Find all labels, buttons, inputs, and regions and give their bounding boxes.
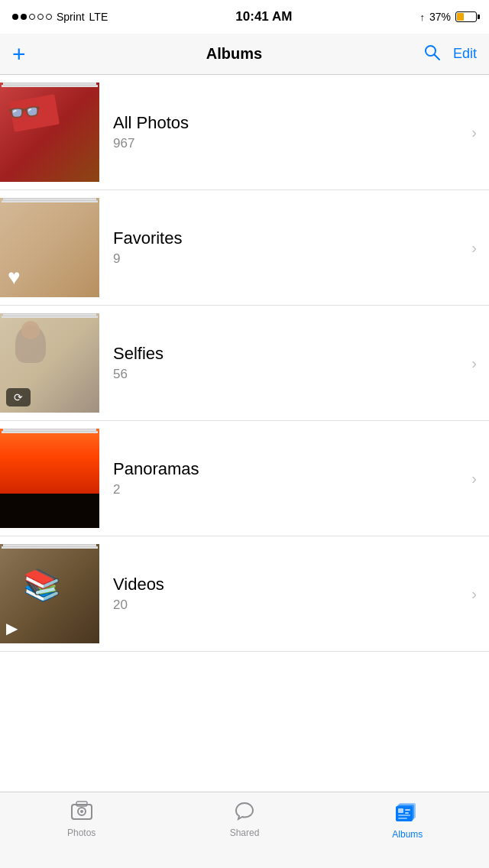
nav-bar: + Albums Edit bbox=[0, 34, 489, 75]
svg-rect-11 bbox=[405, 812, 409, 814]
status-time: 10:41 AM bbox=[235, 9, 292, 24]
album-thumb-videos: ▶ bbox=[0, 544, 99, 643]
album-name-selfies: Selfies bbox=[113, 344, 465, 364]
chevron-icon-favorites: › bbox=[471, 239, 477, 257]
edit-button[interactable]: Edit bbox=[453, 46, 477, 62]
albums-tab-icon bbox=[394, 800, 420, 826]
heart-icon: ♥ bbox=[8, 265, 21, 290]
svg-line-1 bbox=[434, 54, 439, 60]
svg-point-5 bbox=[80, 810, 83, 813]
carrier-label: Sprint bbox=[57, 11, 85, 23]
battery-percent: 37% bbox=[429, 11, 451, 23]
signal-dot-2 bbox=[21, 14, 27, 20]
album-count-all-photos: 967 bbox=[113, 136, 465, 151]
tab-photos[interactable]: Photos bbox=[0, 800, 163, 838]
svg-rect-10 bbox=[405, 809, 410, 811]
album-info-all-photos: All Photos 967 bbox=[113, 113, 465, 151]
tab-shared[interactable]: Shared bbox=[163, 800, 325, 838]
albums-tab-label: Albums bbox=[392, 829, 423, 840]
page-title: Albums bbox=[206, 45, 262, 63]
chevron-icon-videos: › bbox=[471, 585, 477, 603]
album-thumb-selfies: ⟳ bbox=[0, 313, 99, 413]
album-thumb-all-photos bbox=[0, 83, 99, 182]
chevron-icon-selfies: › bbox=[471, 355, 477, 372]
album-thumb-panoramas: ⬛ bbox=[0, 429, 99, 528]
album-item-panoramas[interactable]: ⬛ Panoramas 2 › bbox=[0, 421, 489, 536]
status-right: ↑ 37% bbox=[419, 11, 477, 23]
chevron-icon-all-photos: › bbox=[471, 124, 477, 141]
status-bar: Sprint LTE 10:41 AM ↑ 37% bbox=[0, 0, 489, 34]
signal-dot-5 bbox=[46, 14, 52, 20]
album-name-favorites: Favorites bbox=[113, 228, 465, 248]
album-thumb-favorites: ♥ bbox=[0, 198, 99, 297]
album-info-videos: Videos 20 bbox=[113, 575, 465, 613]
svg-rect-13 bbox=[398, 818, 407, 819]
panorama-icon: ⬛ bbox=[6, 508, 34, 522]
svg-rect-12 bbox=[398, 815, 410, 816]
tab-bar: Photos Shared Al bbox=[0, 792, 489, 868]
nav-actions: Edit bbox=[423, 43, 477, 66]
shared-tab-icon bbox=[233, 800, 256, 824]
signal-dots bbox=[12, 14, 52, 20]
album-count-videos: 20 bbox=[113, 598, 465, 613]
tab-albums[interactable]: Albums bbox=[326, 800, 489, 840]
signal-dot-1 bbox=[12, 14, 18, 20]
shared-tab-label: Shared bbox=[230, 828, 260, 838]
location-icon: ↑ bbox=[419, 11, 425, 23]
album-info-favorites: Favorites 9 bbox=[113, 228, 465, 267]
photos-tab-label: Photos bbox=[67, 828, 96, 838]
album-info-panoramas: Panoramas 2 bbox=[113, 459, 465, 497]
network-type-label: LTE bbox=[89, 11, 108, 23]
album-name-videos: Videos bbox=[113, 575, 465, 594]
chevron-icon-panoramas: › bbox=[471, 470, 477, 487]
album-item-selfies[interactable]: ⟳ Selfies 56 › bbox=[0, 306, 489, 421]
album-name-panoramas: Panoramas bbox=[113, 459, 465, 479]
album-count-selfies: 56 bbox=[113, 367, 465, 382]
camera-icon: ⟳ bbox=[6, 388, 31, 406]
album-count-panoramas: 2 bbox=[113, 482, 465, 497]
album-list: All Photos 967 › ♥ Favorites 9 › bbox=[0, 75, 489, 792]
signal-dot-3 bbox=[29, 14, 35, 20]
svg-rect-9 bbox=[398, 808, 403, 813]
video-icon: ▶ bbox=[6, 619, 18, 637]
album-name-all-photos: All Photos bbox=[113, 113, 465, 133]
album-item-all-photos[interactable]: All Photos 967 › bbox=[0, 75, 489, 190]
album-item-favorites[interactable]: ♥ Favorites 9 › bbox=[0, 190, 489, 306]
album-count-favorites: 9 bbox=[113, 251, 465, 267]
photos-tab-icon bbox=[70, 800, 93, 824]
album-info-selfies: Selfies 56 bbox=[113, 344, 465, 382]
search-button[interactable] bbox=[423, 43, 441, 66]
add-album-button[interactable]: + bbox=[12, 43, 46, 66]
status-left: Sprint LTE bbox=[12, 11, 108, 23]
album-item-videos[interactable]: ▶ Videos 20 › bbox=[0, 536, 489, 652]
signal-dot-4 bbox=[37, 14, 44, 20]
battery-icon bbox=[455, 11, 477, 22]
